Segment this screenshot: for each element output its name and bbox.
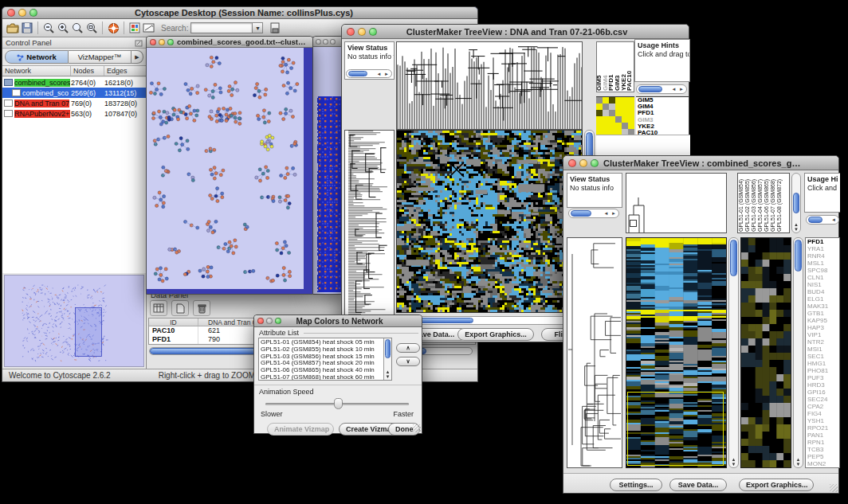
open-file-icon[interactable] (6, 21, 20, 35)
matrix-cell[interactable] (596, 116, 603, 123)
vizmap-grid-icon[interactable] (128, 21, 142, 35)
zoom-window-icon[interactable] (167, 39, 174, 45)
minimize-icon[interactable] (18, 9, 26, 17)
rotated-array-label[interactable]: GPL51-04 (GSM857) (757, 174, 764, 232)
matrix-cell[interactable] (622, 97, 628, 104)
attribute-table-icon[interactable] (150, 300, 167, 316)
tv2-zoom-heatmap[interactable] (740, 237, 791, 468)
gene-label[interactable]: MON2 (807, 460, 839, 467)
tv2-row-dendrogram[interactable] (567, 237, 622, 468)
gene-label[interactable]: RPO21 (807, 424, 839, 432)
rotated-gene-label[interactable]: PFD1 (609, 42, 615, 92)
minimize-icon[interactable] (159, 39, 165, 45)
rotated-array-label[interactable]: GPL51-03 (GSM856) (751, 174, 757, 232)
gene-label[interactable]: TCB3 (807, 446, 839, 453)
gene-label[interactable]: YSH1 (807, 417, 839, 424)
gene-label[interactable]: CPA2 (807, 403, 839, 410)
tab-vizmapper[interactable]: VizMapper™ (69, 50, 132, 64)
main-titlebar[interactable]: Cytoscape Desktop (Session Name: collins… (2, 7, 477, 19)
network-row[interactable]: DNA and Tran 07769(0)183728(0) (2, 98, 146, 108)
move-up-button[interactable]: ∧ (396, 343, 420, 353)
animate-vizmap-button[interactable]: Animate Vizmap (267, 423, 334, 436)
minimize-icon[interactable] (323, 39, 328, 45)
help-icon[interactable] (106, 21, 120, 35)
tv2-zoom-scrollbar[interactable]: ▲▼ (793, 237, 803, 468)
rotated-array-label[interactable]: GPL51-07 (GSM868) (770, 174, 776, 232)
gene-label[interactable]: FIG4 (807, 410, 839, 417)
export-graphics-button[interactable]: Export Graphics... (739, 479, 814, 491)
tv1-column-dendrogram[interactable] (396, 41, 583, 130)
save-icon[interactable] (20, 21, 34, 35)
gene-label[interactable]: CLN1 (807, 274, 839, 281)
close-icon[interactable] (568, 159, 576, 167)
col-nodes[interactable]: Nodes (71, 66, 104, 76)
col-edges[interactable]: Edges (104, 66, 146, 76)
tv2-labels-scrollbar[interactable]: ▲▼ (791, 173, 801, 233)
tab-network[interactable]: Network (5, 50, 69, 64)
plugin-manager-icon[interactable] (268, 21, 282, 35)
resize-grip[interactable] (413, 424, 421, 432)
rotated-gene-label[interactable]: PAC10 (627, 42, 634, 92)
new-attribute-icon[interactable] (171, 300, 189, 316)
gene-label[interactable]: VIP1 (807, 331, 839, 338)
delete-attribute-icon[interactable] (193, 300, 210, 316)
gene-label[interactable]: MSI1 (807, 346, 839, 353)
matrix-cell[interactable] (615, 97, 622, 104)
save-data-button[interactable]: Save Data... (669, 479, 727, 491)
search-dropdown-button[interactable]: ▼ (253, 22, 263, 33)
minimize-icon[interactable] (579, 159, 587, 167)
gene-label[interactable]: HMG1 (807, 360, 839, 367)
zoom-window-icon[interactable] (591, 159, 599, 167)
gene-label[interactable]: HRD3 (807, 381, 839, 389)
close-icon[interactable] (150, 39, 156, 45)
gene-label[interactable]: NIS1 (807, 281, 839, 288)
gene-label[interactable]: NTR2 (807, 338, 839, 346)
gene-label[interactable]: PUF3 (807, 374, 839, 381)
gene-label[interactable]: RPN1 (807, 439, 839, 446)
minimize-icon[interactable] (266, 318, 273, 324)
matrix-cell[interactable] (603, 123, 609, 129)
zoom-window-icon[interactable] (29, 9, 37, 17)
birdseye-canvas[interactable] (5, 275, 143, 366)
gene-label[interactable]: MSL1 (807, 260, 839, 267)
gene-label[interactable]: KAP95 (807, 317, 839, 324)
matrix-cell[interactable] (615, 110, 622, 116)
matrix-cell[interactable] (622, 123, 628, 129)
gene-label[interactable]: SPC98 (807, 267, 839, 274)
tv2-gene-list[interactable]: PFD1YRA1RNR4MSL1SPC98CLN1NIS1BUD4ELG1MAK… (805, 237, 840, 468)
matrix-cell[interactable] (622, 116, 628, 123)
matrix-cell[interactable] (622, 104, 628, 110)
gene-label[interactable]: GTB1 (807, 310, 839, 317)
close-icon[interactable] (347, 28, 355, 36)
matrix-cell[interactable] (609, 123, 615, 129)
matrix-cell[interactable] (596, 110, 603, 116)
zoom-in-icon[interactable] (56, 21, 70, 35)
gene-label[interactable]: PAN1 (807, 432, 839, 439)
gene-label[interactable]: HAP3 (807, 324, 839, 331)
export-graphics-button[interactable]: Export Graphics... (457, 328, 534, 341)
rotated-gene-label[interactable]: GIM4 (603, 42, 610, 92)
tv1-row-dendrogram[interactable] (344, 130, 395, 316)
tv1-status-scrollbar[interactable]: ◄ ► (346, 69, 392, 78)
resize-grip[interactable] (830, 484, 838, 492)
close-icon[interactable] (7, 9, 15, 17)
network-canvas[interactable] (147, 48, 304, 289)
settings-button[interactable]: Settings... (610, 479, 662, 491)
zoom-window-icon[interactable] (330, 39, 336, 45)
network-row[interactable]: combined_scores2764(0)16218(0) (2, 77, 146, 88)
matrix-cell[interactable] (628, 97, 634, 104)
tv1-correlation-matrix[interactable] (596, 96, 634, 135)
float-panel-icon[interactable] (135, 36, 143, 50)
matrix-cell[interactable] (615, 104, 622, 110)
close-icon[interactable] (257, 318, 264, 324)
data-col-id[interactable]: ID (149, 318, 198, 326)
zoom-fit-icon[interactable] (84, 21, 99, 35)
matrix-cell[interactable] (603, 97, 609, 104)
tv2-usage-scrollbar[interactable]: ◄ (806, 215, 839, 225)
zoom-out-icon[interactable] (41, 21, 56, 35)
matrix-cell[interactable] (609, 116, 615, 123)
tv1-heatmap[interactable] (396, 130, 583, 313)
gene-label[interactable]: SEC1 (807, 353, 839, 360)
close-icon[interactable] (316, 39, 321, 45)
zoom-window-icon[interactable] (369, 28, 377, 36)
